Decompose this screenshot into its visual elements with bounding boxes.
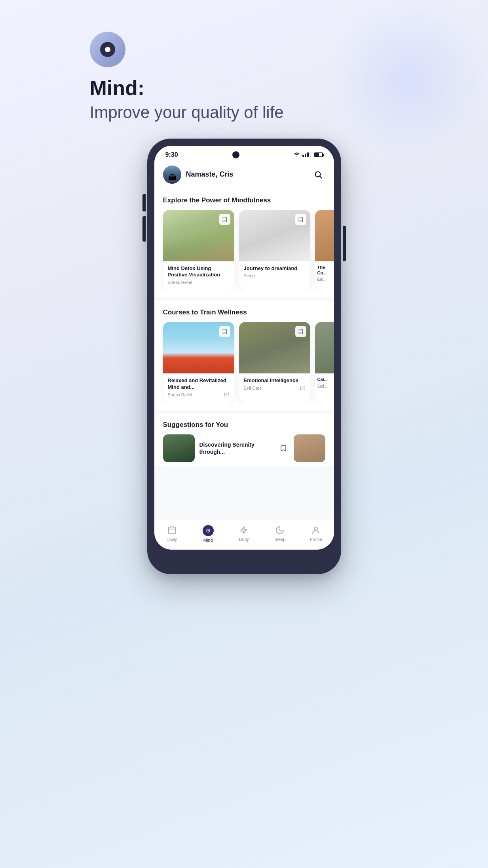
volume-down-button (142, 216, 146, 234)
course-tag-1: Stress Relief (168, 392, 192, 397)
course-image-2 (239, 322, 310, 373)
page-title: Mind: (90, 77, 145, 99)
courses-cards-row: Relaxed and Revitalized Mind and... Stre… (154, 322, 334, 402)
course-title-2: Emotional Intelligence (244, 377, 306, 384)
app-icon-dot (105, 47, 110, 52)
bookmark-course-2[interactable] (295, 326, 306, 337)
profile-label: Profile (310, 537, 322, 542)
svg-point-7 (207, 530, 209, 531)
camera-dot (232, 151, 239, 158)
course-count-2: 1/3 (299, 386, 305, 390)
suggestion-image-1 (163, 434, 195, 462)
status-time: 9:30 (165, 151, 178, 158)
course-bottom-1: Stress Relief 1/3 (168, 392, 230, 397)
svg-point-0 (315, 171, 320, 177)
mindfulness-title: Explore the Power of Mindfulness (154, 196, 334, 204)
courses-section: Courses to Train Wellness Relaxed and Re… (154, 301, 334, 410)
mindfulness-card-1[interactable]: Mind Detox Using Positive Visualization … (163, 210, 234, 290)
suggestion-text-1: Discovering Serenity through... (199, 441, 273, 455)
course-card-1[interactable]: Relaxed and Revitalized Mind and... Stre… (163, 322, 234, 402)
body-label: Body (239, 537, 249, 542)
sleep-label: Sleep (274, 537, 285, 542)
daily-label: Daily (167, 537, 177, 542)
mind-icon (203, 525, 214, 536)
status-icons (294, 152, 323, 158)
signal-icon (302, 152, 311, 157)
app-icon-inner (100, 42, 115, 57)
content-area: Explore the Power of Mindfulness Mind De… (154, 189, 334, 520)
search-button[interactable] (311, 168, 325, 182)
card-image-3 (315, 210, 334, 261)
suggestion-item-1[interactable]: Discovering Serenity through... (163, 434, 325, 462)
card-info-1: Mind Detox Using Positive Visualization … (163, 261, 234, 290)
body-icon (239, 525, 249, 535)
suggestion-bookmark-1[interactable] (278, 443, 289, 454)
course-info-3: Cal... Self... (315, 373, 334, 391)
mindfulness-cards-row: Mind Detox Using Positive Visualization … (154, 210, 334, 290)
course-image-1 (163, 322, 234, 373)
page-subtitle: Improve your quality of life (90, 103, 284, 122)
card-image-2 (239, 210, 310, 261)
course-count-1: 1/3 (223, 392, 229, 397)
card-title-1: Mind Detox Using Positive Visualization (168, 265, 230, 279)
status-bar: 9:30 (154, 146, 334, 162)
card-title-2: Journey to dreamland (244, 265, 306, 272)
course-tag-2: Self Care (244, 386, 262, 390)
mindfulness-section: Explore the Power of Mindfulness Mind De… (154, 189, 334, 298)
svg-point-8 (314, 527, 317, 530)
card-image-1 (163, 210, 234, 261)
phone-frame: 9:30 (147, 139, 341, 574)
suggestion-title-1: Discovering Serenity through... (199, 441, 273, 455)
greeting-text: Namaste, Cris (186, 170, 234, 179)
courses-title: Courses to Train Wellness (154, 308, 334, 316)
search-icon (314, 170, 323, 179)
nav-profile[interactable]: Profile (298, 525, 334, 542)
card-title-3: TheCo... (317, 265, 334, 276)
course-tag-3: Self... (317, 384, 328, 388)
card-info-3: TheCo... Em... (315, 261, 334, 285)
phone-screen: 9:30 (154, 146, 334, 550)
bottom-nav: Daily Mind Body (154, 520, 334, 550)
bookmark-button-1[interactable] (219, 214, 230, 225)
course-info-1: Relaxed and Revitalized Mind and... Stre… (163, 373, 234, 402)
nav-sleep[interactable]: Sleep (262, 525, 298, 542)
svg-line-1 (320, 176, 322, 178)
mindfulness-card-2[interactable]: Journey to dreamland Sleep (239, 210, 310, 290)
course-title-3: Cal... (317, 377, 334, 382)
card-info-2: Journey to dreamland Sleep (239, 261, 310, 283)
card-tag-1: Stress Relief (168, 280, 230, 285)
course-card-3[interactable]: Cal... Self... (315, 322, 334, 402)
bookmark-course-1[interactable] (219, 326, 230, 337)
suggestions-section: Suggestions for You Discovering Serenity… (154, 414, 334, 466)
battery-icon (314, 152, 323, 157)
user-info: Namaste, Cris (163, 166, 234, 184)
sleep-icon (275, 525, 285, 535)
suggestion-extra-image (294, 434, 325, 462)
top-bar: Namaste, Cris (154, 162, 334, 189)
app-icon (90, 32, 125, 67)
course-bottom-2: Self Care 1/3 (244, 386, 306, 390)
course-bottom-3: Self... (317, 384, 334, 388)
wifi-icon (294, 152, 300, 158)
course-card-2[interactable]: Emotional Intelligence Self Care 1/3 (239, 322, 310, 402)
volume-up-button (142, 194, 146, 211)
avatar (163, 166, 181, 184)
card-tag-3: Em... (317, 277, 334, 282)
course-image-3 (315, 322, 334, 373)
card-tag-2: Sleep (244, 273, 306, 278)
nav-body[interactable]: Body (226, 525, 262, 542)
avatar-image (163, 166, 181, 184)
header-area: Mind: Improve your quality of life (82, 32, 406, 123)
svg-rect-2 (169, 527, 176, 534)
profile-icon (311, 525, 321, 535)
nav-mind[interactable]: Mind (190, 525, 226, 542)
suggestions-row: Discovering Serenity through... (154, 434, 334, 462)
course-title-1: Relaxed and Revitalized Mind and... (168, 377, 230, 391)
mindfulness-card-3[interactable]: TheCo... Em... (315, 210, 334, 290)
mind-label: Mind (203, 538, 213, 542)
bookmark-button-2[interactable] (295, 214, 306, 225)
daily-icon (167, 525, 177, 535)
course-info-2: Emotional Intelligence Self Care 1/3 (239, 373, 310, 395)
suggestions-title: Suggestions for You (154, 421, 334, 429)
nav-daily[interactable]: Daily (154, 525, 190, 542)
